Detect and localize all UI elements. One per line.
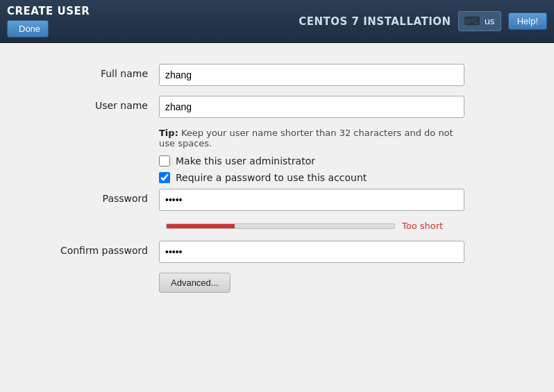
advanced-button[interactable]: Advanced... [159,273,230,293]
done-button[interactable]: Done [7,20,49,37]
centos-title: CENTOS 7 INSTALLATION [299,15,451,28]
require-password-row: Require a password to use this account [34,172,520,183]
strength-bar-fill [167,224,235,228]
password-label: Password [34,189,159,204]
admin-checkbox-row: Make this user administrator [34,155,520,167]
keyboard-selector[interactable]: ⌨ us [458,11,501,31]
header-left: CREATE USER Done [7,5,90,37]
form-area: Full name User name Tip: Keep your user … [34,64,520,293]
header: CREATE USER Done CENTOS 7 INSTALLATION ⌨… [0,0,554,43]
full-name-label: Full name [34,64,159,79]
password-row: Password [34,189,520,211]
user-name-input[interactable] [159,96,464,118]
main-content: Full name User name Tip: Keep your user … [0,43,554,392]
tip-content: Keep your user name shorter than 32 char… [159,128,453,148]
user-name-label: User name [34,96,159,111]
confirm-password-input[interactable] [159,241,464,263]
user-name-row: User name [34,96,520,118]
strength-bar-container [166,223,395,229]
tip-bold: Tip: [159,128,178,138]
confirm-password-row: Confirm password [34,241,520,263]
confirm-password-label: Confirm password [34,241,159,256]
require-password-text: Require a password to use this account [176,172,367,183]
help-button[interactable]: Help! [508,12,547,30]
strength-text: Too short [402,221,443,231]
full-name-row: Full name [34,64,520,86]
password-input[interactable] [159,189,464,211]
admin-checkbox-text: Make this user administrator [176,155,315,167]
tip-row: Tip: Keep your user name shorter than 32… [34,128,520,148]
keyboard-icon: ⌨ [464,15,480,28]
keyboard-lang: us [485,16,495,26]
require-password-checkbox[interactable] [159,172,170,183]
advanced-row: Advanced... [34,273,520,293]
tip-text: Tip: Keep your user name shorter than 32… [159,128,464,148]
page-title: CREATE USER [7,5,90,17]
require-password-label[interactable]: Require a password to use this account [159,172,367,183]
admin-checkbox[interactable] [159,155,170,167]
strength-row: Too short [34,221,520,231]
header-right: CENTOS 7 INSTALLATION ⌨ us Help! [299,11,547,31]
admin-checkbox-label[interactable]: Make this user administrator [159,155,315,167]
full-name-input[interactable] [159,64,464,86]
